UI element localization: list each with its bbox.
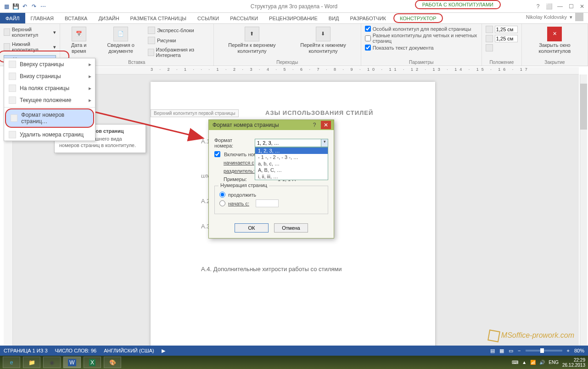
footer-dropdown[interactable]: Нижний колонтитул ▾ [4, 40, 56, 53]
taskbar-app[interactable]: 🎨 [104, 357, 121, 368]
pn-remove[interactable]: Удалить номера страниц [4, 129, 95, 141]
start-at-input[interactable] [256, 199, 279, 207]
excel-icon: X [89, 359, 95, 366]
combo-option[interactable]: 1, 2, 3, … [255, 148, 328, 154]
dialog-title: Формат номера страницы [213, 122, 279, 128]
start-at-radio[interactable]: начать с: [219, 199, 323, 207]
page-header-text: АЗЫ ИСПОЛЬЗОВАНИЯ СТИЛЕЙ [265, 109, 373, 116]
online-pic-icon [148, 49, 154, 56]
picture-icon [148, 37, 155, 44]
goto-footer-button[interactable]: ⬇Перейти к нижнему колонтитулу [289, 26, 357, 59]
zoom-out-icon[interactable]: − [518, 348, 521, 353]
tray-lang[interactable]: ENG [549, 360, 559, 365]
zoom-slider[interactable] [526, 350, 562, 352]
tray-clock[interactable]: 22:29 26.12.2013 [562, 358, 585, 368]
taskbar-ie[interactable]: e [3, 357, 20, 368]
view-read-icon[interactable]: ▤ [490, 348, 495, 354]
view-print-icon[interactable]: ▦ [499, 348, 504, 354]
tab-file[interactable]: ФАЙЛ [0, 13, 25, 23]
tab-view[interactable]: ВИД [323, 13, 345, 23]
combo-chevron-icon[interactable]: ▾ [321, 139, 328, 147]
view-web-icon[interactable]: ▭ [509, 348, 513, 354]
tray-up-icon[interactable]: ▲ [522, 360, 526, 365]
word-app-icon: W [68, 359, 76, 366]
ok-button[interactable]: ОК [235, 223, 269, 233]
datetime-button[interactable]: 📅Дата и время [64, 26, 94, 59]
pn-remove-icon [9, 131, 16, 138]
format-combo[interactable] [255, 139, 328, 147]
close-hf-button[interactable]: ✕Закрыть окно колонтитулов [526, 26, 584, 59]
diff-odd-even-checkbox[interactable]: Разные колонтитулы для четных и нечетных… [365, 33, 478, 44]
status-language[interactable]: АНГЛИЙСКИЙ (США) [104, 348, 154, 353]
undo-icon[interactable]: ↶ [21, 3, 28, 10]
online-pictures-button[interactable]: Изображения из Интернета [148, 46, 210, 59]
pictures-button[interactable]: Рисунки [148, 36, 210, 45]
continue-radio[interactable]: продолжить [219, 192, 323, 198]
redo-icon[interactable]: ↷ [30, 3, 38, 10]
status-macro-icon[interactable]: ▶ [162, 348, 165, 354]
scroll-thumb[interactable] [580, 84, 587, 130]
pn-top[interactable]: Вверху страницы▸ [4, 58, 95, 70]
group-label-nav: Переходы [218, 59, 357, 65]
tab-home[interactable]: ГЛАВНАЯ [25, 13, 59, 23]
tray-network-icon[interactable]: 📶 [530, 360, 536, 365]
footer-from-bottom[interactable] [486, 35, 518, 42]
user-menu-chevron[interactable]: ▾ [570, 14, 572, 20]
tray-volume-icon[interactable]: 🔊 [539, 360, 545, 365]
taskbar-explorer[interactable]: 📁 [23, 357, 40, 368]
zoom-value[interactable]: 80% [574, 348, 584, 353]
tab-developer[interactable]: РАЗРАБОТЧИК [345, 13, 392, 23]
header-dropdown[interactable]: Верхний колонтитул ▾ [4, 26, 56, 39]
tab-hf-design[interactable]: КОНСТРУКТОР [393, 13, 443, 23]
watermark-logo-icon [487, 329, 500, 342]
taskbar-chrome[interactable]: ◉ [43, 357, 61, 368]
zoom-in-icon[interactable]: + [567, 348, 570, 353]
docinfo-button[interactable]: 📄Сведения о документе [96, 26, 145, 59]
show-doc-text-checkbox[interactable]: Показать текст документа [365, 45, 478, 51]
qat-more-icon[interactable]: ⋯ [39, 3, 47, 10]
maximize-icon[interactable]: ☐ [568, 3, 574, 10]
pn-margins[interactable]: На полях страницы▸ [4, 82, 95, 94]
context-tab-header: РАБОТА С КОЛОНТИТУЛАМИ [415, 0, 501, 9]
minimize-icon[interactable]: — [557, 3, 563, 10]
combo-option[interactable]: - 1 -, - 2 -, - 3 -, … [255, 154, 328, 160]
tab-mailings[interactable]: РАССЫЛКИ [224, 13, 263, 23]
dialog-help-button[interactable]: ? [310, 122, 319, 128]
taskbar-excel[interactable]: X [84, 357, 101, 368]
tab-insert[interactable]: ВСТАВКА [59, 13, 93, 23]
help-icon[interactable]: ? [535, 3, 541, 10]
tab-design[interactable]: ДИЗАЙН [93, 13, 124, 23]
tab-layout[interactable]: РАЗМЕТКА СТРАНИЦЫ [125, 13, 192, 23]
diff-first-checkbox[interactable]: Особый колонтитул для первой страницы [365, 26, 478, 32]
user-name[interactable]: Nikolay Koldovsky [526, 14, 567, 20]
dialog-close-button[interactable]: ✕ [321, 121, 331, 129]
pn-current[interactable]: Текущее положение▸ [4, 94, 95, 106]
tray-keyboard-icon[interactable]: ⌨ [512, 360, 518, 365]
status-words[interactable]: ЧИСЛО СЛОВ: 96 [55, 348, 97, 353]
save-icon[interactable]: 💾 [12, 3, 19, 10]
pn-format[interactable]: Формат номеров страниц… [5, 108, 94, 128]
insert-tab-button[interactable] [486, 44, 518, 51]
tab-review[interactable]: РЕЦЕНЗИРОВАНИЕ [263, 13, 323, 23]
combo-option[interactable]: A, B, C, … [255, 167, 328, 173]
status-page[interactable]: СТРАНИЦА 1 ИЗ 3 [4, 348, 48, 353]
combo-option[interactable]: a, b, c, … [255, 160, 328, 167]
window-title: Структура для 3го раздела - Word [251, 3, 337, 10]
tab-references[interactable]: ССЫЛКИ [192, 13, 224, 23]
combo-option[interactable]: i, ii, iii, … [255, 173, 328, 180]
header-from-top[interactable] [486, 26, 518, 33]
ribbon-display-icon[interactable]: ⬜ [546, 3, 552, 10]
taskbar-word[interactable]: W [63, 357, 81, 368]
goto-header-button[interactable]: ⬆Перейти к верхнему колонтитулу [218, 26, 287, 59]
cancel-button[interactable]: Отмена [274, 223, 308, 233]
vertical-scrollbar[interactable] [580, 74, 587, 347]
pn-bottom[interactable]: Внизу страницы▸ [4, 70, 95, 82]
close-icon[interactable]: ✕ [579, 3, 585, 10]
ie-icon: e [10, 359, 13, 366]
avatar[interactable] [575, 13, 583, 21]
horizontal-ruler[interactable]: 3 · 2 · 1 · · · 1 · 2 · 3 · 4 · 5 · 6 · … [13, 67, 579, 74]
format-label: Формат номера: [214, 137, 251, 148]
zoom-handle[interactable] [540, 348, 544, 353]
goto-footer-icon: ⬇ [316, 27, 330, 41]
quickparts-button[interactable]: Экспресс-блоки [148, 26, 210, 35]
